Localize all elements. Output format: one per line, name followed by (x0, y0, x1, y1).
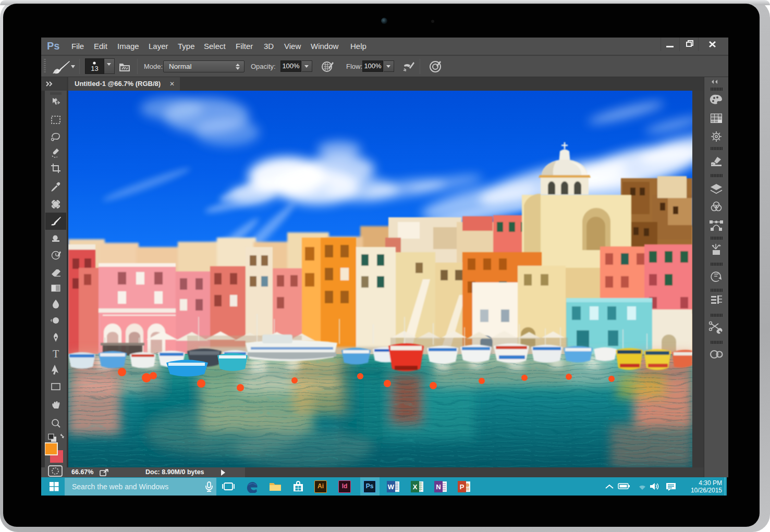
svg-text:T: T (53, 348, 59, 360)
svg-text:W: W (388, 483, 395, 491)
svg-text:P: P (460, 483, 465, 491)
svg-text:X: X (413, 483, 418, 491)
svg-text:N: N (436, 483, 441, 491)
